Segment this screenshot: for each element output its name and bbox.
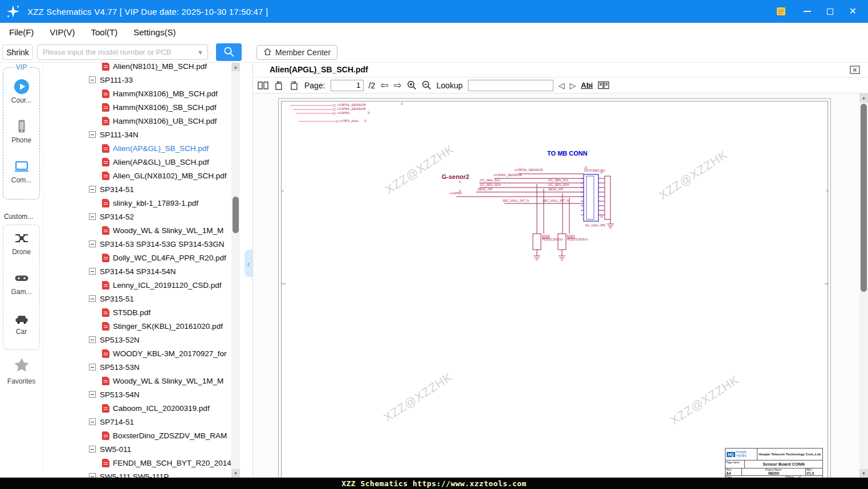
find-prev-icon[interactable]: ◁ [559, 82, 565, 89]
tree-item-label: SW5-111 SW5-111P [100, 472, 169, 478]
tree-item-label: WOODY_KBL-3M_20170927_for [113, 349, 227, 358]
tree-file-row[interactable]: Alien(AP&GL)_UB_SCH.pdf [43, 155, 231, 169]
tree-node-row[interactable]: SP315-51 [43, 292, 231, 305]
scroll-down-icon[interactable]: ▼ [859, 469, 868, 478]
tree-scrollbar-thumb[interactable] [233, 197, 239, 233]
pdf-file-icon [102, 322, 109, 331]
tree-file-row[interactable]: Hamm(NX8106)_UB_SCH.pdf [43, 114, 231, 128]
net-label: +V3P3A_SENSOR [514, 168, 543, 172]
tree-node-row[interactable]: SW5-111 SW5-111P [43, 470, 231, 478]
tree-item-label: BoxsterDino_ZDSZDV_MB_RAM [113, 431, 227, 440]
maximize-button[interactable] [827, 9, 833, 15]
search-icon [223, 46, 235, 59]
next-view-icon[interactable]: ⇨ [394, 80, 402, 90]
pin-marker: 3 [459, 180, 461, 184]
text-select-icon[interactable]: Abi [581, 81, 593, 89]
tree-collapse-icon[interactable] [89, 131, 96, 138]
sidebar-item-drone[interactable]: Drone [3, 230, 39, 256]
tree-collapse-icon[interactable] [89, 268, 96, 275]
page-number-input[interactable] [331, 80, 364, 91]
close-document-icon[interactable] [850, 66, 860, 76]
tree-node-row[interactable]: SP513-52N [43, 333, 231, 347]
tree-file-row[interactable]: Stinger_SK(KBL)_20161020.pdf [43, 319, 231, 333]
member-center-button[interactable]: Member Center [256, 45, 337, 60]
tree-node-row[interactable]: SP714-51 [43, 415, 231, 429]
tree-node-row[interactable]: SP513-53N [43, 360, 231, 374]
tree-collapse-icon[interactable] [89, 446, 96, 453]
license-card-icon[interactable] [776, 6, 788, 17]
lookup-input[interactable] [468, 80, 553, 91]
tree-file-row[interactable]: Woody_WL & Slinky_WL_1M_M [43, 223, 231, 237]
pdf-viewport[interactable]: XZZ@XZZHK XZZ@XZZHK XZZ@XZZHK XZZ@XZZHK … [253, 93, 868, 478]
facing-pages-icon[interactable] [598, 81, 609, 89]
net-label: +V1P8A [449, 191, 462, 195]
menu-tool[interactable]: Tool(T) [91, 27, 118, 37]
tree-file-row[interactable]: Woody_WL & Slinky_WL_1M_M [43, 374, 231, 388]
tree-node-row[interactable]: SP314-53 SP314-53G SP314-53GN [43, 237, 231, 251]
chevron-down-icon[interactable]: ▼ [197, 49, 203, 56]
tree-file-row[interactable]: Alien(N8101)_MB_SCH.pdf [43, 63, 231, 73]
tree-file-row[interactable]: slinky_kbl-1_17893-1.pdf [43, 196, 231, 210]
tree-file-row[interactable]: Hamm(NX8106)_SB_SCH.pdf [43, 100, 231, 114]
minimize-button[interactable] [804, 11, 811, 12]
document-tab[interactable]: Alien(APGL)_SB_SCH.pdf [270, 63, 368, 77]
two-page-view-icon[interactable] [258, 81, 268, 90]
tree-collapse-icon[interactable] [89, 364, 96, 370]
tree-node-row[interactable]: SW5-011 [43, 442, 231, 456]
page-name-label: Page name: [726, 461, 745, 468]
sidebar-item-phone[interactable]: Phone [3, 118, 39, 144]
tree-collapse-icon[interactable] [89, 391, 96, 398]
model-search-input[interactable] [38, 48, 197, 56]
pdf-scrollbar-thumb[interactable] [861, 104, 867, 292]
scroll-down-icon[interactable]: ▼ [231, 469, 240, 478]
tree-file-row[interactable]: FENDI_MB_SCH_BYT_R20_20140 [43, 456, 231, 470]
collapse-panel-handle[interactable]: ‹ [244, 250, 252, 277]
tree-collapse-icon[interactable] [89, 241, 96, 247]
close-button[interactable]: ✕ [849, 7, 857, 16]
scroll-up-icon[interactable]: ▲ [859, 93, 868, 102]
zoom-in-icon[interactable] [407, 80, 417, 90]
tree-collapse-icon[interactable] [89, 336, 96, 343]
find-next-icon[interactable]: ▷ [570, 82, 576, 89]
sidebar-item-label: Com... [3, 176, 39, 184]
tree-file-row[interactable]: Alien(AP&GL)_SB_SCH.pdf [43, 141, 231, 155]
rotate-right-icon[interactable] [289, 81, 299, 90]
tree-collapse-icon[interactable] [89, 76, 96, 83]
pdf-scrollbar[interactable]: ▲ ▼ [859, 93, 868, 478]
tree-node-row[interactable]: SP314-52 [43, 210, 231, 223]
tree-node-row[interactable]: SP111-33 [43, 73, 231, 87]
tree-collapse-icon[interactable] [89, 418, 96, 425]
tree-collapse-icon[interactable] [89, 213, 96, 220]
tree-node-row[interactable]: SP314-54 SP314-54N [43, 264, 231, 278]
menu-file[interactable]: File(F) [9, 27, 34, 37]
sidebar-item-car[interactable]: Car [3, 309, 39, 336]
scroll-up-icon[interactable]: ▲ [231, 63, 240, 71]
prev-view-icon[interactable]: ⇦ [380, 80, 388, 90]
sidebar-item-label: Favorites [0, 377, 43, 385]
tree-file-row[interactable]: BoxsterDino_ZDSZDV_MB_RAM [43, 429, 231, 442]
rotate-left-icon[interactable] [274, 81, 284, 90]
shrink-button[interactable]: Shrink [2, 44, 33, 60]
search-button[interactable] [216, 43, 242, 61]
tree-file-row[interactable]: Hamm(NX8106)_MB_SCH.pdf [43, 87, 231, 100]
tree-file-row[interactable]: Lenny_ICL_20191120_CSD.pdf [43, 278, 231, 292]
sidebar-item-computer[interactable]: Com... [3, 158, 39, 184]
tree-node-row[interactable]: SP111-34N [43, 128, 231, 141]
sidebar-item-favorites[interactable]: Favorites [0, 357, 43, 385]
tree-node-row[interactable]: SP314-51 [43, 182, 231, 196]
sidebar-item-course[interactable]: Cour... [3, 78, 39, 104]
sidebar-item-game[interactable]: Gam... [3, 270, 39, 296]
tree-file-row[interactable]: Caboom_ICL_20200319.pdf [43, 401, 231, 415]
tree-file-row[interactable]: ST5DB.pdf [43, 305, 231, 319]
tree-scrollbar[interactable]: ▲ ▼ [231, 63, 240, 478]
tree-file-row[interactable]: WOODY_KBL-3M_20170927_for [43, 347, 231, 360]
menu-vip[interactable]: VIP(V) [50, 27, 75, 37]
tree-file-row[interactable]: Dolly_WC_DL4FA_PPR_R20.pdf [43, 251, 231, 264]
tree-collapse-icon[interactable] [89, 473, 96, 478]
menu-settings[interactable]: Settings(S) [133, 27, 176, 37]
tree-collapse-icon[interactable] [89, 295, 96, 302]
zoom-out-icon[interactable] [422, 80, 431, 90]
tree-collapse-icon[interactable] [89, 186, 96, 193]
tree-node-row[interactable]: SP513-54N [43, 388, 231, 401]
tree-file-row[interactable]: Alien_GL(NX8102)_MB_SCH.pdf [43, 169, 231, 182]
